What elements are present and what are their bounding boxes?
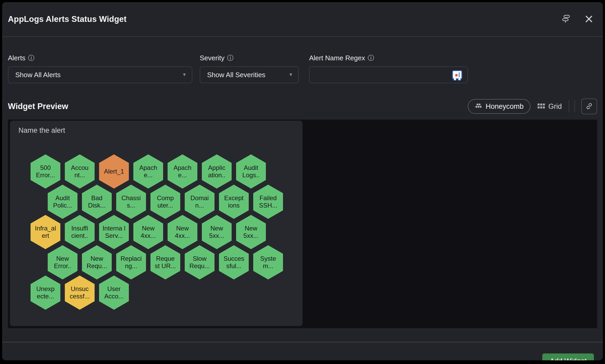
alert-hexagon[interactable]: New Requ... — [82, 245, 112, 279]
alert-hexagon[interactable]: Interna l Serv... — [99, 215, 129, 249]
alert-hexagon[interactable]: New 5xx... — [202, 215, 232, 249]
regex-label: Alert Name Regex ⓘ — [309, 53, 468, 63]
regex-input[interactable] — [316, 67, 452, 83]
severity-info-icon[interactable]: ⓘ — [227, 55, 233, 61]
hex-row: Infra_al ertInsuffi cient..Interna l Ser… — [10, 215, 302, 249]
divider — [569, 100, 569, 112]
alert-hexagon-label: 500 Error... — [33, 164, 58, 179]
grid-view-label: Grid — [548, 102, 562, 111]
alert-hexagon-label: Failed SSH... — [256, 194, 281, 209]
severity-field: Severity ⓘ Show All Severities ▼ — [200, 53, 299, 83]
alert-hexagon[interactable]: Syste m... — [253, 245, 283, 279]
add-widget-button[interactable]: Add Widget — [542, 353, 594, 360]
chevron-down-icon: ▼ — [289, 72, 293, 77]
alert-hexagon[interactable]: Comp uter... — [150, 185, 180, 219]
alert-hexagon-label: Slow Requ... — [187, 255, 212, 270]
severity-select-value: Show All Severities — [207, 71, 265, 79]
alert-hexagon[interactable]: Unexp ecte... — [31, 276, 60, 310]
add-widget-dialog: AppLogs Alerts Status Widget — [2, 2, 603, 360]
alert-hexagon-label: Bad Disk... — [85, 194, 109, 209]
alerts-select[interactable]: Show All Alerts ▼ — [8, 66, 192, 83]
dialog-title: AppLogs Alerts Status Widget — [8, 14, 126, 24]
alert-hexagon[interactable]: 500 Error... — [31, 154, 60, 189]
alert-hexagon-label: Alert_1 — [102, 168, 126, 175]
preview-header: Widget Preview Honeycomb G — [2, 83, 603, 120]
view-controls: Honeycomb Grid — [468, 99, 597, 114]
header-actions — [560, 13, 595, 25]
grid-view-button[interactable]: Grid — [537, 102, 562, 111]
copy-link-button[interactable] — [581, 99, 597, 114]
severity-label: Severity ⓘ — [200, 53, 299, 63]
alert-hexagon[interactable]: Applic ation.. — [202, 154, 232, 189]
filters-row: Alerts ⓘ Show All Alerts ▼ Severity ⓘ Sh… — [2, 37, 603, 83]
honeycomb: 500 Error...Accou nt...Alert_1Apach e...… — [10, 121, 302, 310]
alert-hexagon-label: Unsuc cessf... — [67, 285, 92, 300]
dialog-header: AppLogs Alerts Status Widget — [2, 2, 603, 37]
alert-hexagon-label: New Requ... — [85, 255, 109, 270]
alert-hexagon[interactable]: Unsuc cessf... — [65, 276, 95, 310]
alert-hexagon[interactable]: Except ions — [219, 185, 249, 219]
alert-hexagon[interactable]: Alert_1 — [99, 154, 129, 189]
hex-row: Audit Polic...Bad Disk...Chassi s...Comp… — [10, 185, 302, 219]
alert-hexagon[interactable]: Audit Polic... — [48, 185, 77, 219]
alert-hexagon[interactable]: Audit Logs.. — [236, 154, 266, 189]
alert-hexagon[interactable]: Succes sful... — [219, 245, 249, 279]
signpost-icon — [560, 14, 571, 25]
alert-hexagon[interactable]: New 4xx... — [168, 215, 197, 249]
alert-hexagon[interactable]: Accou nt... — [65, 154, 95, 189]
alert-hexagon[interactable]: Infra_al ert — [31, 215, 60, 249]
alert-hexagon[interactable]: Replaci ng... — [116, 245, 146, 279]
alert-hexagon[interactable]: Chassi s... — [116, 185, 146, 219]
alert-hexagon-label: Audit Polic... — [50, 194, 75, 209]
alert-hexagon[interactable]: Slow Requ... — [185, 245, 214, 279]
alert-hexagon-label: Chassi s... — [119, 194, 144, 209]
alert-hexagon-label: New 4xx... — [136, 225, 161, 240]
alert-hexagon-label: Succes sful... — [222, 255, 246, 270]
alert-hexagon[interactable]: New 4xx... — [133, 215, 163, 249]
alert-hexagon-label: Unexp ecte... — [33, 285, 58, 300]
alert-hexagon[interactable]: Reque st UR... — [150, 245, 180, 279]
alert-hexagon-label: Reque st UR... — [153, 255, 178, 270]
hex-row: New Error..New Requ...Replaci ng...Reque… — [10, 245, 302, 279]
chevron-down-icon: ▼ — [182, 72, 187, 77]
alerts-info-icon[interactable]: ⓘ — [28, 55, 34, 61]
alert-hexagon[interactable]: Apach e... — [133, 154, 163, 189]
alert-hexagon[interactable]: Failed SSH... — [253, 185, 283, 219]
alert-hexagon-label: Audit Logs.. — [239, 164, 264, 179]
widget-preview-card: Name the alert 500 Error...Accou nt...Al… — [10, 121, 302, 326]
alert-hexagon-label: User Acco... — [102, 285, 126, 300]
alert-hexagon[interactable]: Insuffi cient.. — [65, 215, 95, 249]
severity-label-text: Severity — [200, 54, 225, 62]
alert-hexagon[interactable]: Bad Disk... — [82, 185, 112, 219]
close-button[interactable] — [583, 13, 595, 25]
hex-row: 500 Error...Accou nt...Alert_1Apach e...… — [10, 154, 302, 189]
regex-info-icon[interactable]: ⓘ — [368, 55, 374, 61]
signpost-button[interactable] — [560, 13, 572, 25]
alert-hexagon-label: New Error.. — [50, 255, 75, 270]
alert-hexagon-label: Replaci ng... — [119, 255, 144, 270]
regex-test-icon[interactable]: * — [452, 70, 462, 79]
alert-hexagon-label: New 4xx... — [170, 225, 195, 240]
alerts-select-value: Show All Alerts — [15, 71, 61, 79]
alert-hexagon-label: Applic ation.. — [204, 164, 229, 179]
alert-hexagon-label: Accou nt... — [67, 164, 92, 179]
hex-row: Unexp ecte...Unsuc cessf...User Acco... — [10, 276, 302, 310]
alert-hexagon-label: Apach e... — [136, 164, 161, 179]
alert-hexagon-label: Comp uter... — [153, 194, 178, 209]
close-icon — [584, 14, 594, 24]
honeycomb-view-button[interactable]: Honeycomb — [468, 99, 530, 114]
preview-heading: Widget Preview — [8, 102, 68, 111]
alert-hexagon[interactable]: Domai n... — [185, 185, 214, 219]
alert-hexagon[interactable]: New Error.. — [48, 245, 77, 279]
alert-hexagon-label: New 5xx... — [204, 225, 229, 240]
severity-select[interactable]: Show All Severities ▼ — [200, 66, 299, 83]
alerts-label-text: Alerts — [8, 54, 25, 62]
alert-hexagon-label: Apach e... — [170, 164, 195, 179]
alert-hexagon[interactable]: User Acco... — [99, 276, 129, 310]
alert-hexagon[interactable]: New 5xx... — [236, 215, 266, 249]
dialog-footer: Add Widget — [2, 342, 603, 360]
alerts-label: Alerts ⓘ — [8, 53, 192, 63]
grid-icon — [537, 103, 545, 110]
alert-hexagon[interactable]: Apach e... — [168, 154, 197, 189]
regex-label-text: Alert Name Regex — [309, 54, 365, 62]
